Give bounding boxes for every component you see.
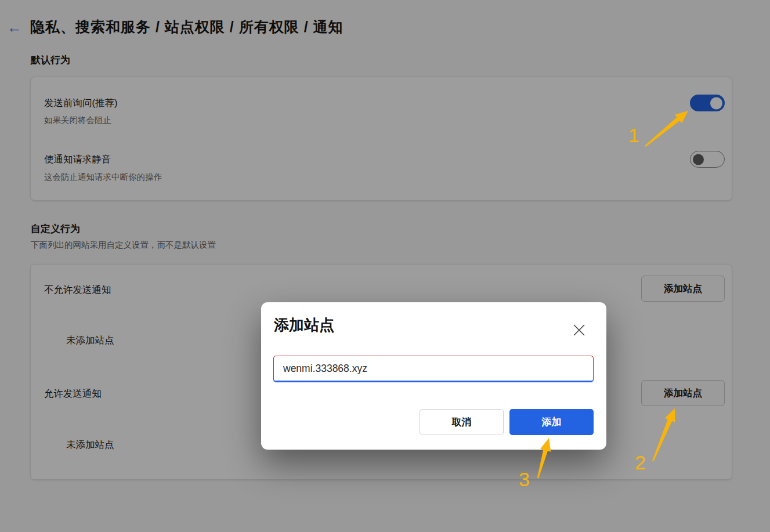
add-button[interactable]: 添加: [509, 409, 594, 435]
modal-dim-overlay: [0, 0, 770, 532]
cancel-button[interactable]: 取消: [420, 409, 504, 435]
close-icon[interactable]: [570, 321, 588, 339]
dialog-title: 添加站点: [274, 315, 334, 335]
site-url-input[interactable]: [273, 356, 594, 382]
add-site-dialog: 添加站点 取消 添加: [261, 302, 606, 450]
